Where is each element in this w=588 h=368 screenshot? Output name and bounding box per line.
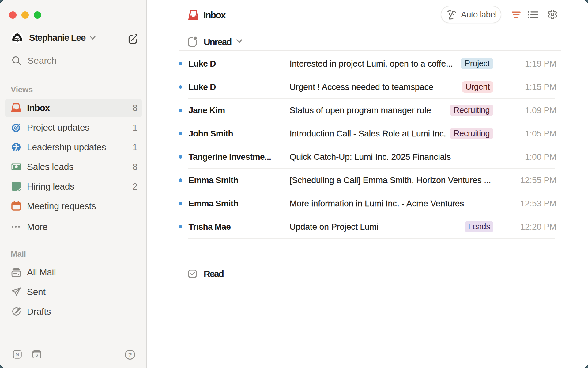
svg-text:N: N <box>15 352 19 358</box>
svg-text:6: 6 <box>36 352 38 358</box>
svg-text:?: ? <box>128 351 132 358</box>
